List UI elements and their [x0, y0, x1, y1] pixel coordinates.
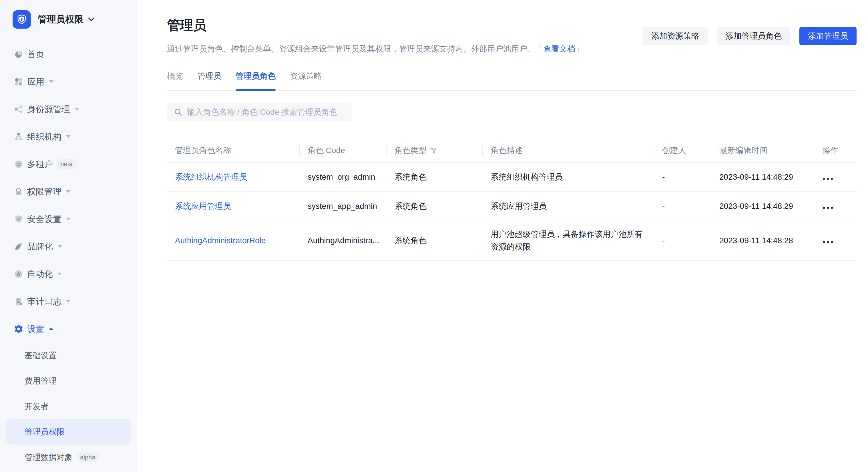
tab-admins[interactable]: 管理员 — [197, 65, 221, 90]
row-actions-cell — [814, 193, 856, 219]
column-role-description: 角色描述 — [483, 139, 654, 162]
column-actions: 操作 — [814, 139, 856, 162]
sidebar-subitem-label: 基础设置 — [25, 350, 57, 361]
sidebar-subitem-developer[interactable]: 开发者 — [0, 394, 137, 419]
sidebar-item-label: 身份源管理 — [27, 104, 70, 115]
workspace-chevron-down-icon — [88, 18, 94, 22]
role-description-cell: 用户池超级管理员，具备操作该用户池所有资源的权限 — [483, 221, 654, 260]
lock-icon — [13, 186, 24, 197]
sidebar-item-label: 安全设置 — [27, 213, 61, 225]
search-input[interactable] — [186, 107, 345, 117]
column-role-code: 角色 Code — [300, 139, 386, 162]
brush-icon — [13, 241, 24, 252]
workspace-logo — [12, 10, 31, 29]
chevron-down-icon — [58, 245, 62, 248]
chevron-up-icon — [49, 328, 54, 330]
alpha-badge: alpha — [76, 452, 99, 462]
sidebar-item-organization[interactable]: 组织机构 — [0, 123, 137, 150]
sidebar-item-label: 审计日志 — [27, 296, 61, 307]
chevron-down-icon — [66, 300, 71, 303]
workspace-switcher[interactable]: 管理员权限 — [12, 10, 137, 29]
role-code-cell: system_org_admin — [300, 164, 386, 190]
svg-text:A: A — [17, 271, 20, 277]
org-tree-icon — [13, 131, 24, 142]
sidebar-item-multi-tenant[interactable]: 多租户 beta — [0, 150, 137, 178]
role-type-cell: 系统角色 — [386, 193, 483, 219]
table-row: AuthingAdministratorRole AuthingAdminist… — [167, 221, 857, 261]
sidebar-item-label: 组织机构 — [27, 131, 61, 143]
chevron-down-icon — [74, 108, 79, 111]
admin-roles-table: 管理员角色名称 角色 Code 角色类型 角色描述 创建人 最新编辑时间 操作 … — [167, 139, 857, 261]
table-row: 系统应用管理员 system_app_admin 系统角色 系统应用管理员 - … — [167, 192, 857, 221]
updated-at-cell: 2023-09-11 14:48:28 — [711, 228, 814, 254]
column-role-name: 管理员角色名称 — [167, 139, 300, 162]
sidebar-subitem-label: 管理员权限 — [25, 426, 65, 437]
sidebar-item-apps[interactable]: 应用 — [0, 68, 137, 95]
automation-icon: A — [13, 269, 24, 279]
row-actions-cell — [814, 228, 856, 254]
sidebar-item-settings[interactable]: 设置 — [0, 315, 137, 343]
role-code-cell: AuthingAdministra... — [300, 228, 386, 254]
sidebar-item-label: 设置 — [27, 323, 44, 335]
shield-check-icon — [13, 214, 24, 224]
role-name-link[interactable]: 系统组织机构管理员 — [167, 164, 300, 190]
sidebar-item-label: 品牌化 — [27, 241, 53, 253]
share-icon — [13, 104, 24, 114]
workspace-name: 管理员权限 — [38, 13, 84, 26]
column-role-type: 角色类型 — [386, 139, 483, 162]
sidebar-item-permissions[interactable]: 权限管理 — [0, 178, 137, 205]
tab-overview[interactable]: 概览 — [167, 65, 183, 90]
row-actions-cell — [814, 164, 856, 190]
add-admin-button[interactable]: 添加管理员 — [799, 27, 857, 45]
sidebar-item-home[interactable]: 首页 — [0, 40, 137, 68]
header-actions: 添加资源策略 添加管理员角色 添加管理员 — [643, 27, 857, 45]
column-role-type-label: 角色类型 — [395, 145, 427, 156]
sidebar-item-identity-sources[interactable]: 身份源管理 — [0, 95, 137, 123]
creator-cell: - — [654, 193, 711, 219]
creator-cell: - — [654, 228, 711, 254]
role-name-link[interactable]: 系统应用管理员 — [167, 193, 300, 219]
sidebar-item-branding[interactable]: 品牌化 — [0, 233, 137, 260]
table-header: 管理员角色名称 角色 Code 角色类型 角色描述 创建人 最新编辑时间 操作 — [167, 139, 857, 163]
chevron-down-icon — [66, 135, 71, 138]
filter-icon[interactable] — [430, 147, 437, 154]
role-type-cell: 系统角色 — [386, 164, 483, 190]
role-description-cell: 系统组织机构管理员 — [483, 164, 654, 190]
sidebar-subitem-billing[interactable]: 费用管理 — [0, 368, 137, 394]
role-search-box — [167, 103, 352, 121]
add-admin-role-button[interactable]: 添加管理员角色 — [717, 27, 790, 45]
sidebar-subitem-admin-permissions[interactable]: 管理员权限 — [6, 419, 131, 445]
sidebar-item-label: 首页 — [27, 49, 44, 60]
sidebar-item-security[interactable]: 安全设置 — [0, 205, 137, 233]
pie-chart-icon — [13, 49, 24, 59]
column-updated-at: 最新编辑时间 — [711, 139, 814, 162]
sidebar-item-audit-logs[interactable]: 审计日志 — [0, 288, 137, 315]
add-resource-policy-button[interactable]: 添加资源策略 — [643, 27, 708, 45]
beta-badge: beta — [57, 159, 76, 169]
sidebar-subitem-label: 费用管理 — [25, 376, 57, 386]
column-creator: 创建人 — [654, 139, 711, 162]
chevron-down-icon — [49, 80, 54, 83]
more-actions-icon[interactable] — [822, 239, 833, 245]
sidebar: 管理员权限 首页 — [0, 0, 137, 472]
sidebar-item-label: 应用 — [27, 76, 44, 88]
updated-at-cell: 2023-09-11 14:48:29 — [711, 164, 814, 190]
tab-resource-policies[interactable]: 资源策略 — [290, 65, 322, 90]
sidebar-item-label: 多租户 — [27, 158, 53, 170]
more-actions-icon[interactable] — [822, 176, 833, 181]
tenants-icon — [13, 159, 24, 169]
sidebar-subitem-label: 管理数据对象 — [25, 452, 73, 463]
tab-admin-roles[interactable]: 管理员角色 — [236, 65, 276, 90]
creator-cell: - — [654, 164, 711, 190]
role-name-link[interactable]: AuthingAdministratorRole — [167, 228, 300, 254]
chevron-down-icon — [58, 273, 62, 275]
app-root: 管理员权限 首页 — [0, 0, 868, 472]
sidebar-item-automation[interactable]: A 自动化 — [0, 260, 137, 288]
sidebar-subitem-basic-settings[interactable]: 基础设置 — [0, 343, 137, 368]
more-actions-icon[interactable] — [822, 205, 833, 210]
sidebar-item-label: 权限管理 — [27, 186, 61, 198]
sidebar-subitem-managed-data-objects[interactable]: 管理数据对象 alpha — [0, 445, 137, 470]
apps-icon — [13, 77, 24, 87]
view-docs-link[interactable]: 「查看文档」 — [535, 45, 583, 53]
sidebar-item-label: 自动化 — [27, 268, 53, 280]
